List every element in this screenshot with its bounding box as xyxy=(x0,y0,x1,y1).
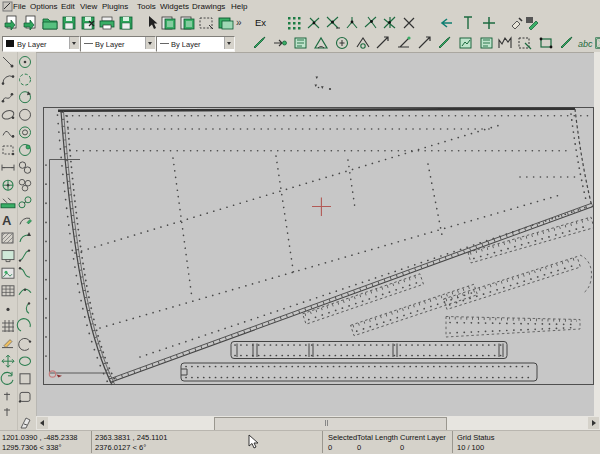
svg-text:»: » xyxy=(236,17,242,28)
svg-text:Ex: Ex xyxy=(255,17,266,28)
